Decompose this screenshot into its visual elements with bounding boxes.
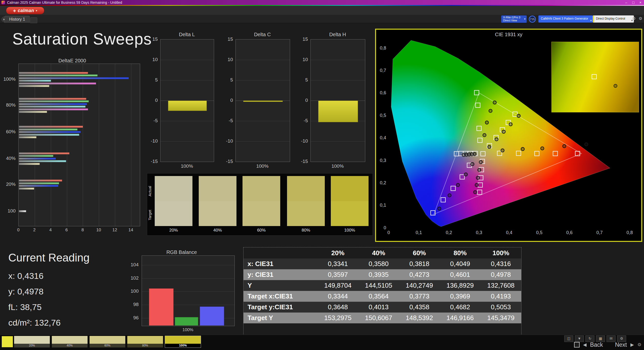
measured-circle-marker xyxy=(479,160,482,164)
cie-zoom-inset xyxy=(551,42,639,112)
axis-tick-label: 0,7 xyxy=(596,230,603,235)
table-cell: 0,3773 xyxy=(399,291,440,302)
pattern-generator-selector[interactable]: CalMAN Client 3 Pattern Generator ▾ xyxy=(538,15,593,23)
axis-tick-label: 0 xyxy=(305,98,308,103)
measured-circle-marker xyxy=(501,149,504,152)
measured-circle-marker xyxy=(473,191,477,194)
reading-value: fL: 38,75 xyxy=(8,299,61,315)
axis-tick-label: 6 xyxy=(65,228,68,233)
rgb-balance-y-axis: 1041021009896 xyxy=(127,255,140,326)
swatch-tile xyxy=(287,176,325,226)
axis-tick-label: 5 xyxy=(305,77,308,83)
pattern-thumb-label: 20% xyxy=(14,344,50,347)
deltae-chart xyxy=(18,64,140,226)
next-button[interactable]: Next xyxy=(615,341,627,348)
gear-icon[interactable]: ⚙ xyxy=(637,16,643,22)
target-row-label: Target xyxy=(148,202,154,228)
calman-menu-button[interactable]: ◈ calman ▾ xyxy=(6,7,44,14)
axis-tick-label: 15 xyxy=(152,36,158,42)
deltae-bar xyxy=(19,185,58,187)
table-cell: 150,6067 xyxy=(358,313,399,323)
axis-tick-label: 8 xyxy=(82,228,84,233)
axis-tick-label: 0 xyxy=(155,98,158,103)
axis-tick-label: 102 xyxy=(131,275,139,281)
deltae-bar xyxy=(19,126,83,128)
next-arrow-icon: ▶ xyxy=(630,342,634,347)
axis-tick-label: 0,6 xyxy=(566,230,573,235)
axis-tick-label: 2 xyxy=(33,228,35,233)
table-row: Y149,8704144,5105140,2749136,8929132,760… xyxy=(244,280,521,291)
close-button[interactable]: × xyxy=(639,0,641,5)
axis-tick-label: 0,8 xyxy=(626,230,633,235)
deltae-bar xyxy=(19,77,129,79)
measured-circle-marker xyxy=(456,183,460,187)
measured-circle-marker xyxy=(438,207,441,210)
current-reading-values: x: 0,4316y: 0,4978fL: 38,75cd/m²: 132,76 xyxy=(8,268,61,330)
gear-icon[interactable]: ⚙ xyxy=(637,342,641,347)
current-reading-title: Current Reading xyxy=(8,251,90,264)
axis-tick-label: 14 xyxy=(129,228,133,233)
deltae-bar xyxy=(19,182,59,184)
swatch-tile xyxy=(199,176,236,226)
pattern-thumb-60%[interactable]: 60% xyxy=(90,336,125,347)
deltae-bar xyxy=(19,188,34,190)
axis-tick-label: 104 xyxy=(131,262,139,268)
pattern-thumb-40%[interactable]: 40% xyxy=(52,336,88,347)
grid-line xyxy=(99,64,99,226)
target-swatch xyxy=(331,201,369,226)
axis-tick-label: 10 xyxy=(96,228,101,233)
pattern-thumbnail-row: 20%40%60%80%100% xyxy=(14,336,201,347)
actual-row-label: Actual xyxy=(148,179,154,204)
display-control-color-tag xyxy=(593,16,594,22)
axis-tick-label: -10 xyxy=(151,138,158,144)
deltae-bar xyxy=(19,85,49,87)
table-cell: 136,8929 xyxy=(440,280,480,291)
stop-pattern-button[interactable] xyxy=(574,342,580,347)
rgb-balance-x-label: 100% xyxy=(182,327,193,332)
axis-tick-label: 0,7 xyxy=(380,68,386,73)
axis-tick-label: 20% xyxy=(6,182,16,187)
grid-line xyxy=(160,60,214,60)
axis-tick-label: 0 xyxy=(230,98,233,103)
minimize-button[interactable]: – xyxy=(625,0,627,5)
deltae-bar xyxy=(19,98,86,100)
cie-x-axis: 00,10,20,30,40,50,60,70,8 xyxy=(376,230,641,236)
axis-tick-label: 0,4 xyxy=(506,230,512,235)
table-cell: 145,3479 xyxy=(480,313,521,323)
actual-swatch xyxy=(199,176,236,201)
back-button[interactable]: Back xyxy=(590,341,603,348)
table-cell: 0,3935 xyxy=(358,269,399,280)
deltae-chart-title: DeltaE 2000 xyxy=(58,58,86,64)
pattern-thumb-80%[interactable]: 80% xyxy=(127,336,163,347)
display-control-selector[interactable]: Direct Display Control ▾ xyxy=(593,15,634,23)
pattern-thumb-100%[interactable]: 100% xyxy=(165,336,201,347)
table-cell: 153,2975 xyxy=(317,313,358,323)
measured-circle-marker xyxy=(563,145,566,148)
current-patch-swatch xyxy=(2,336,13,347)
axis-tick-label: -5 xyxy=(153,118,158,123)
layout-button[interactable]: ◫ xyxy=(564,335,573,342)
delta-h-x-label: 100% xyxy=(332,163,344,169)
pattern-thumb-20%[interactable]: 20% xyxy=(14,336,50,347)
table-cell: 140,2749 xyxy=(399,280,440,291)
gear-icon[interactable]: ⚙ xyxy=(631,16,637,22)
grid-line xyxy=(131,64,131,226)
table-cell: 0,5053 xyxy=(480,302,521,313)
axis-tick-label: 0,6 xyxy=(380,90,386,96)
tab-history-1[interactable]: History 1 xyxy=(5,16,30,23)
new-tab-stub[interactable] xyxy=(30,17,37,23)
table-cell: 0,3341 xyxy=(317,258,358,269)
deltae-bar xyxy=(19,108,88,110)
deltae-bar xyxy=(19,80,51,82)
maximize-button[interactable]: □ xyxy=(632,0,634,5)
rgb-bar-blue xyxy=(200,307,224,326)
measured-circle-marker xyxy=(464,173,467,176)
meter-name: X-Rite i1Pro 3 xyxy=(501,16,527,19)
grid-line xyxy=(236,121,290,121)
deltae-x-axis: 02468101214 xyxy=(18,228,140,234)
meter-mode: Direct View xyxy=(501,19,527,22)
swatch-column-label: 100% xyxy=(344,228,355,233)
deltae-bar xyxy=(19,82,96,84)
meter-selector[interactable]: X-Rite i1Pro 3 Direct View ▾ xyxy=(501,15,527,23)
measured-circle-marker xyxy=(478,168,481,171)
